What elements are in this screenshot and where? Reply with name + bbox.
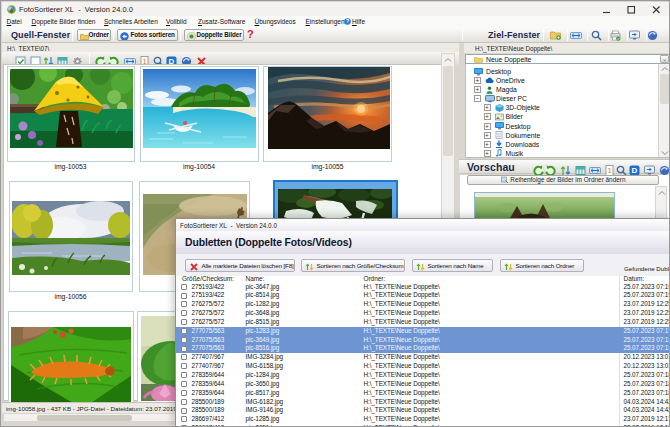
svg-text:1: 1 (607, 166, 611, 175)
svg-text:?: ? (346, 18, 349, 24)
